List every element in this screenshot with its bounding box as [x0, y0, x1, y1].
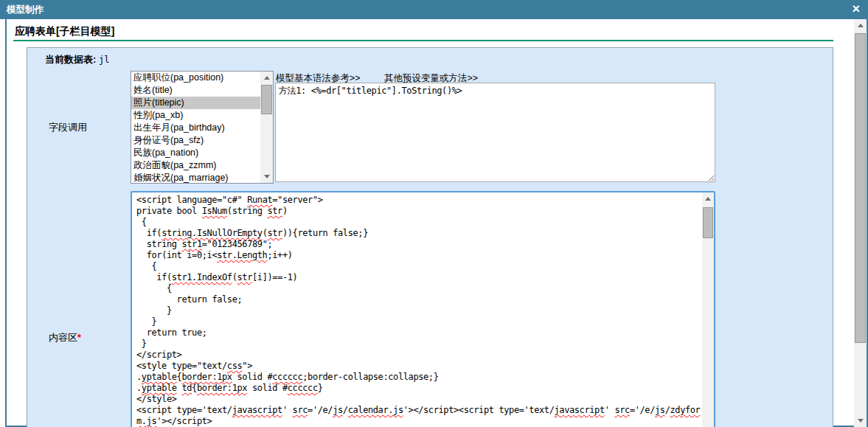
window-title: 模型制作 [7, 0, 44, 19]
scrollbar-thumb[interactable] [855, 33, 866, 343]
window-titlebar: 模型制作 × [0, 0, 868, 19]
scrollbar-thumb[interactable] [703, 207, 713, 238]
triangle-up-icon [705, 197, 711, 201]
triangle-down-icon [858, 419, 864, 423]
field-list-item[interactable]: 婚姻状况(pa_marriage) [131, 172, 260, 184]
field-listbox[interactable]: 应聘职位(pa_position)姓名(title)照片(titlepic)性别… [131, 71, 274, 184]
field-listbox-scrollbar[interactable] [260, 72, 273, 183]
triangle-up-icon [858, 24, 864, 27]
content-code-text: <script language="c#" Runat="server"> pr… [132, 192, 702, 427]
required-asterisk: * [77, 332, 81, 343]
field-call-label: 字段调用 [49, 121, 87, 134]
scrollbar-thumb[interactable] [261, 85, 272, 114]
field-list-item[interactable]: 应聘职位(pa_position) [131, 72, 260, 84]
content-textarea[interactable]: <script language="c#" Runat="server"> pr… [131, 191, 715, 427]
field-list-item[interactable]: 照片(titlepic) [131, 97, 260, 109]
field-list-item[interactable]: 政治面貌(pa_zzmm) [131, 159, 260, 172]
heading-underline [13, 40, 833, 41]
model-making-window: 模型制作 × 应聘表单[子栏目模型] 当前数据表: jl 字段调用 应聘职位(p… [0, 0, 868, 427]
frame-left-border [5, 19, 7, 427]
form-panel: 当前数据表: jl 字段调用 应聘职位(pa_position)姓名(title… [27, 47, 833, 427]
field-list-item[interactable]: 身份证号(pa_sfz) [131, 134, 260, 147]
close-icon[interactable]: × [852, 0, 860, 18]
scroll-down-button[interactable] [260, 170, 273, 183]
current-table-label: 当前数据表: [45, 54, 96, 65]
field-list-item[interactable]: 民族(pa_nation) [131, 147, 260, 159]
current-table-row: 当前数据表: jl [45, 53, 109, 66]
current-table-value: jl [99, 55, 109, 65]
field-list-item[interactable]: 性别(pa_xb) [131, 109, 260, 122]
page-title: 应聘表单[子栏目模型] [15, 25, 114, 38]
method-hint-textarea[interactable]: 方法1: <%=dr["titlepic"].ToString()%> [275, 83, 715, 182]
scroll-up-button[interactable] [702, 192, 714, 205]
content-area-label: 内容区* [49, 331, 81, 344]
field-list-items: 应聘职位(pa_position)姓名(title)照片(titlepic)性别… [131, 72, 260, 183]
field-list-item[interactable]: 姓名(title) [131, 84, 260, 97]
triangle-down-icon [264, 175, 270, 178]
triangle-up-icon [264, 76, 270, 80]
field-list-item[interactable]: 出生年月(pa_birthday) [131, 122, 260, 134]
scroll-up-button[interactable] [854, 19, 867, 32]
window-scrollbar[interactable] [854, 19, 867, 427]
scroll-down-button[interactable] [854, 414, 867, 427]
scroll-up-button[interactable] [260, 72, 273, 84]
content-scrollbar[interactable] [702, 192, 714, 427]
